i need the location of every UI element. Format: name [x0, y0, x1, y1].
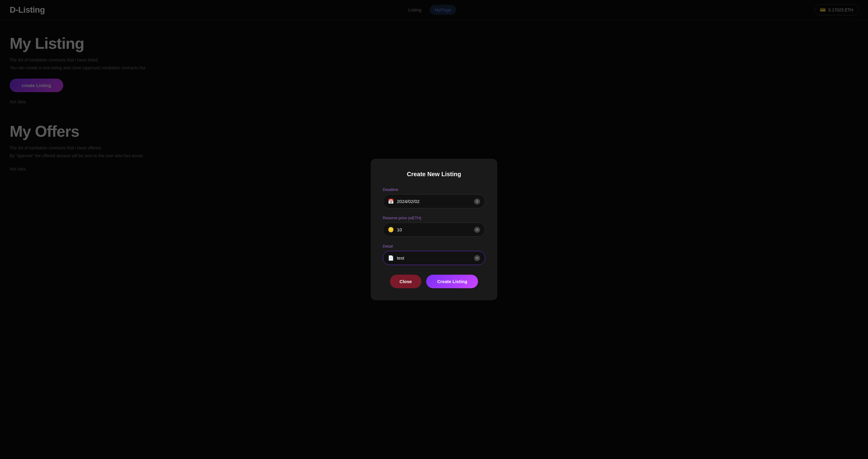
detail-field-group: Detail 📄 ✕ [383, 244, 485, 265]
detail-input-wrapper: 📄 ✕ [383, 251, 485, 265]
modal-create-button[interactable]: Create Listing [426, 275, 478, 288]
doc-icon: 📄 [388, 255, 394, 261]
reserve-price-input[interactable] [397, 223, 471, 236]
modal-title: Create New Listing [383, 171, 485, 178]
modal-footer: Close Create Listing [383, 275, 485, 288]
detail-clear-button[interactable]: ✕ [474, 255, 480, 261]
reserve-price-label: Reserve price (wETH) [383, 216, 485, 220]
coin-icon: 🪙 [388, 227, 394, 232]
deadline-input-wrapper: 📅 ✕ [383, 194, 485, 208]
deadline-label: Deadline [383, 187, 485, 192]
calendar-icon: 📅 [388, 198, 394, 204]
deadline-input[interactable] [397, 195, 471, 208]
reserve-price-input-wrapper: 🪙 ✕ [383, 223, 485, 237]
reserve-price-clear-button[interactable]: ✕ [474, 227, 480, 233]
modal-overlay: Create New Listing Deadline 📅 ✕ Reserve … [0, 0, 868, 459]
detail-input[interactable] [397, 251, 471, 265]
deadline-field-group: Deadline 📅 ✕ [383, 187, 485, 208]
create-listing-modal: Create New Listing Deadline 📅 ✕ Reserve … [371, 159, 497, 300]
modal-close-button[interactable]: Close [390, 275, 422, 288]
reserve-price-field-group: Reserve price (wETH) 🪙 ✕ [383, 216, 485, 237]
deadline-clear-button[interactable]: ✕ [474, 198, 480, 204]
detail-label: Detail [383, 244, 485, 249]
